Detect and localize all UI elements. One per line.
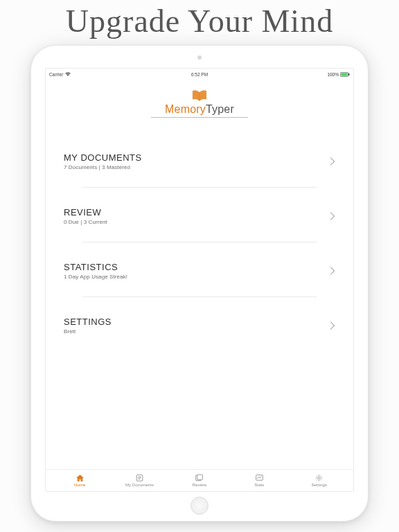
carrier-label: Carrier — [49, 72, 64, 77]
chevron-right-icon — [330, 321, 335, 330]
menu-item-settings[interactable]: SETTINGS Brett — [64, 304, 335, 344]
tab-review[interactable]: Review — [175, 474, 224, 487]
device-frame: Carrier 6:52 PM 100% MemoryTyper — [30, 45, 369, 522]
wifi-icon — [65, 72, 71, 76]
battery-percent: 100% — [327, 72, 339, 77]
divider — [82, 187, 316, 188]
app-screen: Carrier 6:52 PM 100% MemoryTyper — [45, 68, 354, 492]
chevron-right-icon — [330, 267, 335, 275]
tab-stats[interactable]: Stats — [234, 474, 284, 487]
chevron-right-icon — [330, 212, 335, 220]
menu-item-title: SETTINGS — [64, 317, 330, 327]
menu-item-subtitle: 0 Due | 3 Current — [64, 219, 330, 225]
tab-bar: Home My Documents Review Stats Settings — [46, 469, 353, 491]
tab-label: Home — [74, 483, 85, 487]
status-left: Carrier — [49, 72, 71, 77]
app-logo-area: MemoryTyper — [46, 78, 353, 123]
status-right: 100% — [327, 72, 350, 77]
menu-item-title: STATISTICS — [64, 262, 330, 272]
svg-rect-9 — [197, 475, 203, 480]
divider — [82, 242, 316, 242]
chevron-right-icon — [330, 157, 335, 166]
brand-underline — [151, 117, 248, 118]
book-logo-icon — [191, 89, 208, 102]
brand-word-1: Memory — [165, 103, 206, 115]
status-time: 6:52 PM — [191, 72, 208, 77]
tab-documents[interactable]: My Documents — [115, 474, 165, 487]
tab-label: Settings — [312, 483, 327, 487]
menu-item-title: MY DOCUMENTS — [64, 152, 330, 163]
gear-icon — [314, 474, 323, 482]
documents-icon — [135, 474, 144, 482]
tab-label: Stats — [254, 483, 264, 487]
menu-item-title: REVIEW — [64, 207, 330, 218]
menu-item-subtitle: Brett — [64, 328, 330, 335]
battery-icon — [340, 72, 350, 77]
divider — [82, 296, 316, 297]
home-icon — [76, 474, 85, 482]
tab-home[interactable]: Home — [55, 474, 105, 487]
menu-item-subtitle: 7 Documents | 3 Mastered — [64, 164, 330, 170]
device-home-button[interactable] — [190, 497, 209, 515]
marketing-headline: Upgrade Your Mind — [0, 0, 399, 45]
brand-word-2: Typer — [206, 103, 234, 115]
app-brand-name: MemoryTyper — [46, 103, 353, 116]
svg-rect-2 — [348, 73, 349, 76]
device-camera — [197, 55, 202, 60]
tab-label: Review — [193, 483, 206, 487]
menu-item-documents[interactable]: MY DOCUMENTS 7 Documents | 3 Mastered — [64, 140, 335, 180]
review-icon — [195, 474, 204, 482]
menu-item-subtitle: 1 Day App Usage Streak! — [64, 274, 330, 280]
main-menu-list: MY DOCUMENTS 7 Documents | 3 Mastered RE… — [46, 123, 353, 469]
tab-label: My Documents — [125, 483, 154, 487]
tab-settings[interactable]: Settings — [294, 474, 344, 487]
stats-icon — [255, 474, 264, 482]
menu-item-statistics[interactable]: STATISTICS 1 Day App Usage Streak! — [64, 249, 335, 290]
svg-point-11 — [318, 477, 320, 479]
status-bar: Carrier 6:52 PM 100% — [46, 69, 353, 78]
svg-rect-1 — [341, 73, 347, 76]
menu-item-review[interactable]: REVIEW 0 Due | 3 Current — [64, 195, 335, 235]
